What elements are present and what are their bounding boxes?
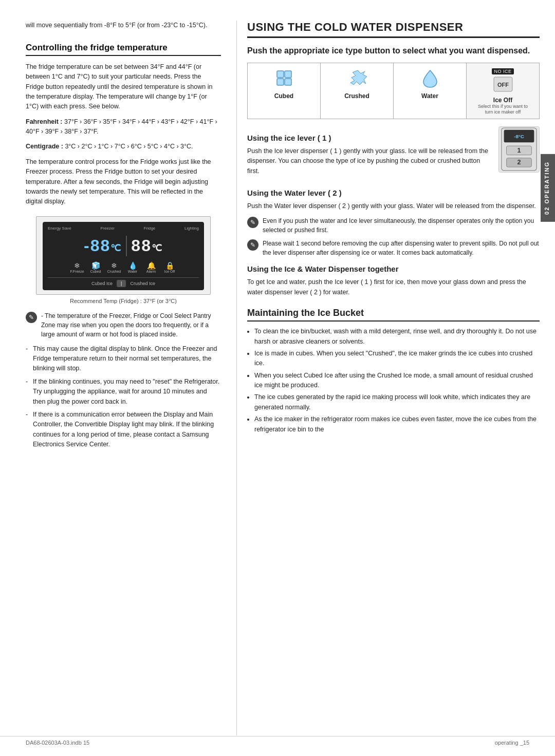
svg-rect-2 (277, 79, 284, 85)
water-label: Water (421, 92, 438, 100)
energy-save-label: Energy Save (48, 226, 71, 231)
ice-water-body: To get Ice and water, push the Ice lever… (247, 277, 540, 297)
ice-button-crushed[interactable]: Crushed (321, 63, 394, 119)
centigrade-label: Centigrade : (26, 143, 63, 150)
lighting-label: Lighting (184, 226, 199, 231)
r-note-text-1: Even if you push the water and Ice lever… (263, 216, 540, 235)
fahrenheit-line: Fahrenheit : 37°F › 36°F › 35°F › 34°F ›… (26, 117, 221, 137)
r-note-icon-2: ✎ (247, 239, 258, 251)
fridge-ice-row: Cubed Ice | Crushed Ice (48, 277, 199, 287)
ice-off-label: Ice Off (493, 97, 512, 104)
ice-off-note: Select this if you want toturn ice maker… (478, 104, 528, 116)
svg-rect-0 (277, 71, 284, 78)
right-column: USING THE COLD WATER DISPENSER Push the … (236, 21, 555, 735)
fridge-label: Fridge (144, 226, 156, 231)
left-body1: The fridge temperature can be set betwee… (26, 62, 221, 112)
dash-list: This may cause the digital display to bl… (26, 344, 221, 450)
fridge-temps-row: -88℃ 88℃ (84, 236, 163, 256)
svg-text:1: 1 (517, 146, 521, 154)
fridge-caption: Recommend Temp (Fridge) : 37°F (or 3°C) (26, 298, 221, 304)
r-note-text-2: Please wait 1 second before removing the… (263, 239, 540, 257)
crushed-icon (347, 68, 367, 90)
water-lever-body: Push the Water lever dispenser ( 2 ) gen… (247, 201, 540, 211)
page-footer: DA68-02603A-03.indb 15 operating _15 (0, 736, 555, 746)
fridge-display-diagram: Energy Save Freezer Fridge Lighting -88℃… (36, 216, 211, 295)
note-box-1: ✎ - The temperature of the Freezer, Frid… (26, 311, 221, 339)
cubed-label: Cubed (274, 92, 293, 100)
temp-display-left: -88℃ (84, 236, 122, 255)
maintaining-item-1: To clean the ice bin/bucket, wash with a… (254, 327, 540, 347)
footer-right: operating _15 (495, 740, 529, 746)
ice-lever-section: Using the ice lever ( 1 ) Push the Ice l… (247, 126, 540, 181)
svg-rect-3 (285, 79, 291, 85)
maintaining-item-4: The ice cubes generated by the rapid ice… (254, 392, 540, 412)
centigrade-line: Centigrade : 3°C › 2°C › 1°C › 7°C › 6°C… (26, 142, 221, 152)
maintaining-heading: Maintaining the Ice Bucket (247, 308, 540, 322)
right-main-heading: USING THE COLD WATER DISPENSER (247, 21, 540, 38)
dash-item-1: This may cause the digital display to bl… (26, 344, 221, 374)
push-subheading: Push the appropriate ice type button to … (247, 45, 540, 56)
fridge-display-top-row: Energy Save Freezer Fridge Lighting (48, 226, 199, 231)
ice-lever-body: Push the Ice lever dispenser ( 1 ) gentl… (247, 146, 493, 176)
left-column: will move sequentially from -8°F to 5°F … (0, 21, 236, 735)
temp-display-right: 88℃ (131, 236, 163, 255)
freezer-label: Freezer (100, 226, 115, 231)
fridge-icon-lock: 🔒Ice Off (162, 261, 177, 273)
ice-button-water[interactable]: Water (394, 63, 467, 119)
crushed-label: Crushed (344, 92, 369, 100)
fridge-icons-row: ❄F.Freeze 🧊Cubed ❄Crushed 💧Water 🔔Alarm … (69, 261, 177, 273)
svg-text:-8°C: -8°C (514, 133, 524, 139)
maintaining-item-2: Ice is made in cubes. When you select "C… (254, 349, 540, 369)
svg-text:2: 2 (517, 158, 521, 166)
fahrenheit-label: Fahrenheit : (26, 118, 63, 125)
top-note: will move sequentially from -8°F to 5°F … (26, 21, 221, 30)
dash-item-2: If the blinking continues, you may need … (26, 377, 221, 407)
centigrade-seq: 3°C › 2°C › 1°C › 7°C › 6°C › 5°C › 4°C … (65, 143, 193, 150)
ice-off-icon: OFF (493, 77, 513, 94)
water-lever-heading: Using the Water lever ( 2 ) (247, 188, 540, 197)
fridge-icon-alarm: 🔔Alarm (143, 261, 159, 273)
ice-lever-diagram: -8°C 1 2 (498, 126, 540, 173)
ice-lever-text: Using the ice lever ( 1 ) Push the Ice l… (247, 126, 493, 181)
note-text-1: - The temperature of the Freezer, Fridge… (41, 311, 221, 339)
ice-button-cubed[interactable]: Cubed (248, 63, 321, 119)
left-body2: The temperature control process for the … (26, 157, 221, 207)
maintaining-item-3: When you select Cubed Ice after using th… (254, 371, 540, 391)
svg-rect-1 (285, 71, 291, 78)
crushed-ice-label: Crushed Ice (130, 281, 155, 286)
ice-type-btn: | (117, 280, 126, 287)
left-section-heading: Controlling the fridge temperature (26, 43, 221, 56)
cubed-icon (274, 68, 294, 90)
fridge-icon-water: 💧Water (125, 261, 140, 273)
side-tab: 02 OPERATING (541, 154, 555, 222)
maintaining-item-5: As the ice maker in the refrigerator roo… (254, 414, 540, 434)
fridge-icon-crushed: ❄Crushed (106, 261, 122, 273)
svg-text:OFF: OFF (497, 82, 509, 88)
page: will move sequentially from -8°F to 5°F … (0, 0, 555, 756)
water-icon (420, 68, 440, 90)
fridge-icon-cubed: 🧊Cubed (88, 261, 103, 273)
r-note-box-1: ✎ Even if you push the water and Ice lev… (247, 216, 540, 235)
ice-button-ice-off[interactable]: NO ICE OFF Ice Off Select this if you wa… (467, 63, 539, 119)
cubed-ice-label: Cubed Ice (91, 281, 113, 286)
ice-buttons-panel: Cubed Crushed Water (247, 63, 540, 119)
note-icon-1: ✎ (26, 312, 37, 323)
r-note-box-2: ✎ Please wait 1 second before removing t… (247, 239, 540, 257)
dash-item-3: If there is a communication error betwee… (26, 410, 221, 450)
ice-water-heading: Using the Ice & Water Dispenser together (247, 264, 540, 273)
ice-lever-heading: Using the ice lever ( 1 ) (247, 134, 493, 142)
r-note-icon-1: ✎ (247, 217, 258, 228)
svg-marker-4 (350, 70, 367, 85)
maintaining-list: To clean the ice bin/bucket, wash with a… (247, 327, 540, 434)
fridge-icon-freeze: ❄F.Freeze (69, 261, 85, 273)
footer-left: DA68-02603A-03.indb 15 (26, 740, 89, 746)
no-ice-badge: NO ICE (492, 68, 513, 74)
